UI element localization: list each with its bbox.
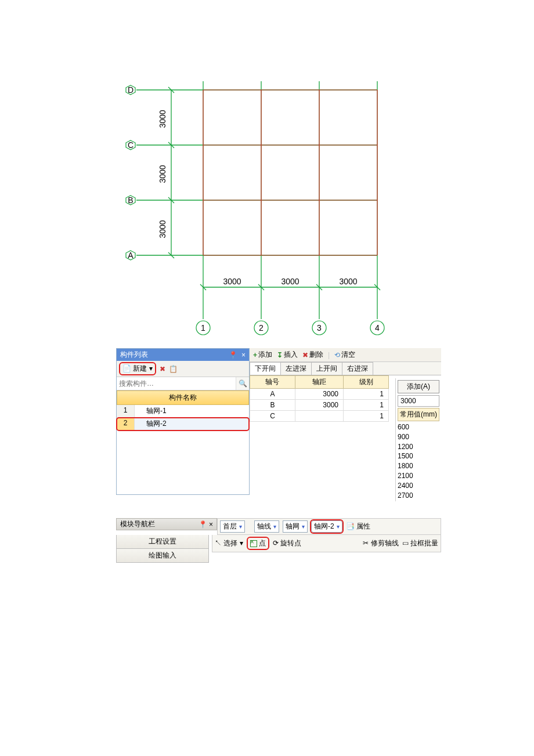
point-tool[interactable]: 点 bbox=[247, 537, 269, 550]
col-label: 3 bbox=[317, 323, 322, 332]
select-tool[interactable]: ↖ 选择 ▾ bbox=[215, 538, 243, 548]
nav-engineering-settings[interactable]: 工程设置 bbox=[116, 535, 209, 549]
row-name: 轴网-2 bbox=[135, 418, 249, 430]
col-dim: 3000 bbox=[281, 277, 299, 286]
add-value-button[interactable]: 添加(A) bbox=[398, 380, 439, 393]
insert-button[interactable]: ↧插入 bbox=[277, 350, 298, 360]
preset-value[interactable]: 900 bbox=[398, 432, 439, 442]
preset-value[interactable]: 2700 bbox=[398, 491, 439, 501]
new-button[interactable]: 📄 新建 ▾ bbox=[119, 362, 156, 375]
box-select-tool[interactable]: ▭ 拉框批量 bbox=[402, 538, 438, 548]
nav-draw-input[interactable]: 绘图输入 bbox=[116, 549, 209, 563]
col-header[interactable]: 级别 bbox=[344, 376, 389, 389]
col-dim: 3000 bbox=[339, 277, 357, 286]
pin-icon[interactable]: 📍 bbox=[199, 520, 207, 529]
direction-tabs: 下开间 左进深 上开间 右进深 bbox=[250, 362, 441, 375]
common-values-header: 常用值(mm) bbox=[398, 408, 439, 421]
rotate-point-tool[interactable]: ⟳ 旋转点 bbox=[273, 538, 301, 548]
list-header: 构件名称 bbox=[117, 390, 249, 405]
table-row[interactable]: C1 bbox=[250, 411, 389, 422]
preset-value[interactable]: 1200 bbox=[398, 442, 439, 452]
clear-button[interactable]: ⟲清空 bbox=[334, 350, 355, 360]
preset-value[interactable]: 1500 bbox=[398, 451, 439, 461]
instance-combo[interactable]: 轴网-2▾ bbox=[311, 520, 342, 533]
value-input[interactable]: 3000 bbox=[398, 395, 439, 407]
col-label: 2 bbox=[259, 323, 264, 332]
close-icon[interactable]: × bbox=[209, 520, 213, 529]
main-toolbar: 首层▾ 轴线▾ 轴网▾ 轴网-2▾ 📑 属性 bbox=[217, 518, 441, 535]
axis-grid-diagram: D C B A 1 2 3 4 3000 3000 3000 3000 3000… bbox=[116, 64, 389, 342]
close-icon[interactable]: × bbox=[241, 351, 246, 359]
col-dim: 3000 bbox=[223, 277, 241, 286]
module-nav-title: 模块导航栏 📍 × bbox=[116, 518, 217, 530]
panel-title-text: 构件列表 bbox=[120, 350, 148, 360]
row-dim: 3000 bbox=[158, 110, 167, 128]
row-dim: 3000 bbox=[158, 220, 167, 238]
add-button[interactable]: +添加 bbox=[253, 350, 272, 360]
axis-data-table: 轴号 轴距 级别 A30001 B30001 C1 bbox=[250, 375, 389, 422]
draw-toolbar: ↖ 选择 ▾ 点 ⟳ 旋转点 ✂ 修剪轴线 ▭ 拉框批量 bbox=[212, 535, 441, 552]
col-header[interactable]: 轴号 bbox=[250, 376, 295, 389]
row-label: A bbox=[128, 251, 134, 260]
row-label: C bbox=[128, 140, 134, 150]
tab-right[interactable]: 右进深 bbox=[342, 362, 373, 375]
list-item[interactable]: 1 轴网-1 bbox=[117, 405, 249, 418]
col-label: 4 bbox=[375, 323, 380, 332]
preset-value[interactable]: 2100 bbox=[398, 471, 439, 481]
floor-combo[interactable]: 首层▾ bbox=[220, 520, 245, 533]
preset-value[interactable]: 1800 bbox=[398, 461, 439, 471]
tab-left[interactable]: 左进深 bbox=[280, 362, 312, 375]
search-icon[interactable]: 🔍 bbox=[236, 377, 249, 390]
tab-down[interactable]: 下开间 bbox=[250, 362, 281, 375]
common-values-panel: 添加(A) 3000 常用值(mm) 600 900 1200 1500 180… bbox=[395, 378, 441, 501]
category-combo[interactable]: 轴线▾ bbox=[254, 520, 279, 533]
tab-up[interactable]: 上开间 bbox=[311, 362, 342, 375]
col-label: 1 bbox=[201, 323, 205, 332]
pin-icon[interactable]: 📍 bbox=[229, 351, 237, 359]
axis-toolbar: +添加 ↧插入 ✖删除 | ⟲清空 bbox=[250, 348, 441, 362]
delete-button[interactable]: ✖删除 bbox=[302, 350, 323, 360]
search-input[interactable] bbox=[117, 377, 236, 390]
component-list-panel: 构件列表 📍 × 📄 新建 ▾ ✖ 📋 🔍 构件名称 1 轴网-1 2 bbox=[116, 348, 250, 495]
table-row[interactable]: B30001 bbox=[250, 400, 389, 411]
preset-value[interactable]: 2400 bbox=[398, 481, 439, 491]
delete-icon[interactable]: ✖ bbox=[160, 365, 165, 373]
row-name: 轴网-1 bbox=[135, 405, 249, 417]
row-index: 1 bbox=[117, 405, 135, 417]
col-header[interactable]: 轴距 bbox=[295, 376, 343, 389]
table-row[interactable]: A30001 bbox=[250, 389, 389, 400]
type-combo[interactable]: 轴网▾ bbox=[283, 520, 308, 533]
list-item-selected[interactable]: 2 轴网-2 bbox=[117, 418, 249, 431]
panel-titlebar: 构件列表 📍 × bbox=[117, 349, 249, 361]
row-dim: 3000 bbox=[158, 165, 167, 183]
copy-icon[interactable]: 📋 bbox=[169, 365, 178, 373]
row-label: D bbox=[128, 85, 134, 95]
preset-value[interactable]: 600 bbox=[398, 422, 439, 432]
properties-button[interactable]: 📑 属性 bbox=[346, 522, 370, 531]
row-label: B bbox=[128, 196, 133, 205]
trim-axis-tool[interactable]: ✂ 修剪轴线 bbox=[363, 538, 398, 548]
row-index: 2 bbox=[117, 418, 135, 430]
